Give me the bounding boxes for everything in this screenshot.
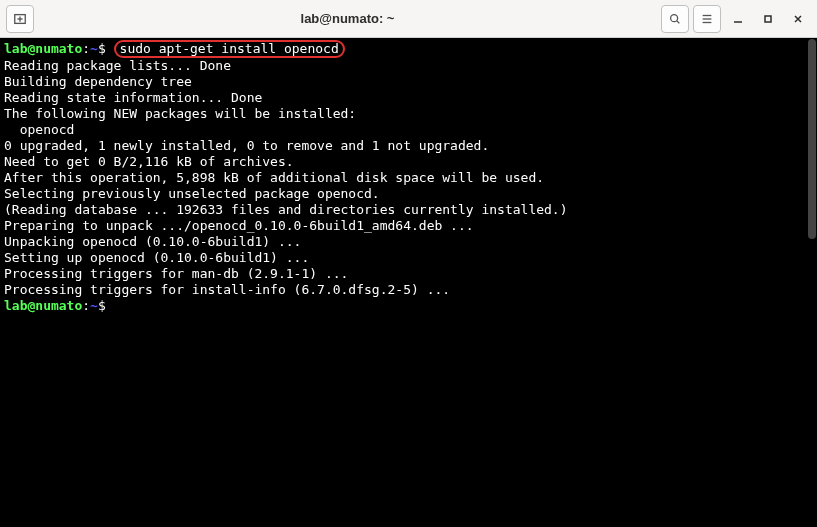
highlighted-command: sudo apt-get install openocd (114, 40, 345, 58)
output-line: Need to get 0 B/2,116 kB of archives. (4, 154, 813, 170)
new-tab-button[interactable] (6, 5, 34, 33)
minimize-icon (732, 13, 744, 25)
hamburger-icon (700, 12, 714, 26)
svg-rect-9 (765, 16, 771, 22)
output-line: (Reading database ... 192633 files and d… (4, 202, 813, 218)
titlebar-right-controls (661, 5, 811, 33)
prompt-dollar: $ (98, 298, 106, 313)
close-button[interactable] (785, 6, 811, 32)
prompt-sep: : (82, 298, 90, 313)
maximize-button[interactable] (755, 6, 781, 32)
search-icon (668, 12, 682, 26)
prompt-path: ~ (90, 41, 98, 56)
minimize-button[interactable] (725, 6, 751, 32)
svg-point-3 (671, 14, 678, 21)
output-line: Selecting previously unselected package … (4, 186, 813, 202)
output-line: Reading package lists... Done (4, 58, 813, 74)
new-tab-icon (13, 12, 27, 26)
window-title: lab@numato: ~ (34, 11, 661, 26)
output-line: Reading state information... Done (4, 90, 813, 106)
close-icon (792, 13, 804, 25)
prompt-path: ~ (90, 298, 98, 313)
output-line: Setting up openocd (0.10.0-6build1) ... (4, 250, 813, 266)
output-line: Preparing to unpack .../openocd_0.10.0-6… (4, 218, 813, 234)
output-line: Processing triggers for man-db (2.9.1-1)… (4, 266, 813, 282)
output-line: Processing triggers for install-info (6.… (4, 282, 813, 298)
prompt-dollar: $ (98, 41, 106, 56)
maximize-icon (762, 13, 774, 25)
output-line: openocd (4, 122, 813, 138)
titlebar: lab@numato: ~ (0, 0, 817, 38)
svg-line-4 (677, 20, 680, 23)
prompt-user: lab@numato (4, 41, 82, 56)
output-line: 0 upgraded, 1 newly installed, 0 to remo… (4, 138, 813, 154)
output-line: The following NEW packages will be insta… (4, 106, 813, 122)
menu-button[interactable] (693, 5, 721, 33)
prompt-user: lab@numato (4, 298, 82, 313)
search-button[interactable] (661, 5, 689, 33)
scrollbar-thumb[interactable] (808, 39, 816, 239)
output-line: Unpacking openocd (0.10.0-6build1) ... (4, 234, 813, 250)
terminal-area[interactable]: lab@numato:~$ sudo apt-get install openo… (0, 38, 817, 527)
prompt-line-1: lab@numato:~$ sudo apt-get install openo… (4, 40, 813, 58)
prompt-sep: : (82, 41, 90, 56)
scrollbar[interactable] (807, 38, 817, 527)
output-line: Building dependency tree (4, 74, 813, 90)
prompt-line-2: lab@numato:~$ (4, 298, 813, 314)
titlebar-left-controls (6, 5, 34, 33)
output-line: After this operation, 5,898 kB of additi… (4, 170, 813, 186)
